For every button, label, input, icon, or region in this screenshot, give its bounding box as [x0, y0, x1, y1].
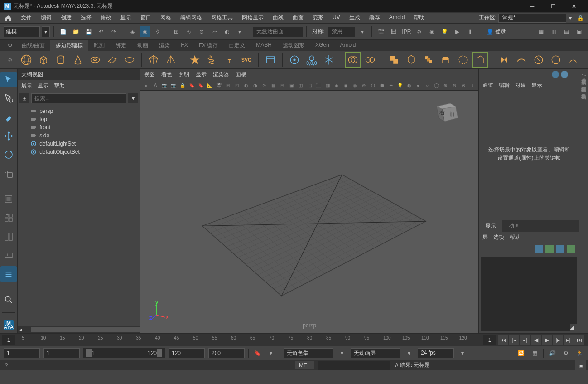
- layer-menu-layers[interactable]: 层: [482, 233, 488, 241]
- vp-toolbar-btn-33[interactable]: ⊕: [441, 81, 449, 89]
- poly-star-icon[interactable]: [188, 53, 202, 67]
- outliner-filter-icon[interactable]: ⊞: [19, 93, 29, 103]
- reduce-icon[interactable]: [549, 53, 563, 67]
- hypershade-icon[interactable]: ◉: [426, 26, 437, 37]
- menu-编辑[interactable]: 编辑: [36, 13, 56, 23]
- vp-toolbar-btn-4[interactable]: 🔒: [178, 81, 187, 89]
- login-button[interactable]: 👤 登录: [483, 27, 510, 36]
- autokey-dropdown-icon[interactable]: ▾: [266, 348, 276, 358]
- scroll-corner-icon[interactable]: ◢: [570, 324, 577, 331]
- sidebar-tab-attribute[interactable]: 属性编辑器: [579, 79, 588, 87]
- shelf-tab-0[interactable]: 曲线/曲面: [16, 40, 50, 51]
- character-set-select[interactable]: 无角色集: [284, 348, 333, 358]
- layer-menu-help[interactable]: 帮助: [510, 233, 521, 241]
- outliner-item-top[interactable]: top: [21, 115, 136, 123]
- select-object-icon[interactable]: ◉: [140, 26, 150, 37]
- poly-plane-icon[interactable]: [105, 53, 120, 67]
- content-browser-icon[interactable]: [263, 53, 278, 67]
- symmetry-field[interactable]: 禁用: [328, 27, 355, 37]
- cb-icon-1[interactable]: [552, 71, 559, 78]
- panel-layout-1-icon[interactable]: ▦: [535, 26, 546, 37]
- play-forward-button[interactable]: ▶: [542, 335, 552, 345]
- vp-toolbar-btn-20[interactable]: ▩: [323, 81, 332, 89]
- anim-layer-select[interactable]: 无动画层: [351, 348, 400, 358]
- vp-toolbar-btn-17[interactable]: ◫: [296, 81, 304, 89]
- rotate-tool[interactable]: [0, 147, 17, 163]
- vp-menu-renderer[interactable]: 渲染器: [213, 71, 229, 78]
- render-setup-icon[interactable]: ▶: [452, 26, 463, 37]
- select-hierarchy-icon[interactable]: ◈: [127, 26, 138, 37]
- shelf-tab-10[interactable]: 运动图形: [277, 40, 310, 51]
- undo-icon[interactable]: ↶: [96, 26, 106, 37]
- vp-toolbar-btn-7[interactable]: 📐: [206, 81, 214, 89]
- range-menu-icon[interactable]: ▦: [530, 348, 540, 358]
- vp-toolbar-btn-8[interactable]: 🎬: [215, 81, 223, 89]
- shelf-settings-icon[interactable]: ⚙: [4, 40, 16, 51]
- step-back-key-button[interactable]: |◂: [509, 335, 519, 345]
- extrude-icon[interactable]: [439, 53, 453, 67]
- menu-网格[interactable]: 网格: [156, 13, 176, 23]
- render-frame-icon[interactable]: 🎞: [388, 26, 399, 37]
- platonic-icon[interactable]: [146, 53, 161, 67]
- menu-生成[interactable]: 生成: [345, 13, 365, 23]
- vp-toolbar-btn-29[interactable]: ◐: [405, 81, 413, 89]
- vp-toolbar-btn-34[interactable]: ⊖: [450, 81, 458, 89]
- menu-网格显示[interactable]: 网格显示: [237, 13, 268, 23]
- vp-menu-show[interactable]: 显示: [196, 71, 207, 78]
- vp-toolbar-btn-1[interactable]: A: [151, 81, 159, 89]
- vp-toolbar-btn-26[interactable]: ⬢: [378, 81, 386, 89]
- layer-list[interactable]: ◢: [481, 257, 577, 331]
- retopo-icon[interactable]: [531, 53, 546, 67]
- select-tool[interactable]: [0, 72, 17, 87]
- vp-toolbar-btn-11[interactable]: ◐: [242, 81, 250, 89]
- home-icon[interactable]: [4, 14, 13, 23]
- poly-torus-icon[interactable]: [88, 53, 102, 67]
- vp-toolbar-btn-36[interactable]: ↕: [468, 81, 477, 89]
- poly-cylinder-icon[interactable]: [53, 53, 68, 67]
- move-tool[interactable]: [0, 128, 17, 144]
- menu-set-select[interactable]: 建模: [4, 26, 40, 37]
- outliner-item-defaultObjectSet[interactable]: defaultObjectSet: [21, 148, 136, 156]
- menu-修改[interactable]: 修改: [96, 13, 116, 23]
- vp-toolbar-btn-13[interactable]: ⊙: [260, 81, 268, 89]
- viewcube[interactable]: 前 右: [433, 100, 465, 131]
- go-to-start-button[interactable]: ⏮: [498, 335, 508, 345]
- outliner-item-persp[interactable]: persp: [21, 107, 136, 115]
- outliner-menu-show[interactable]: 显示: [38, 82, 48, 90]
- redo-icon[interactable]: ↷: [108, 26, 119, 37]
- shelf-tab-5[interactable]: 渲染: [154, 40, 175, 51]
- outliner-menu-help[interactable]: 帮助: [54, 82, 65, 90]
- menu-显示[interactable]: 显示: [116, 13, 136, 23]
- menu-编辑网格[interactable]: 编辑网格: [176, 13, 207, 23]
- menu-Arnold[interactable]: Arnold: [385, 13, 410, 23]
- sidebar-tab-channelbox[interactable]: 通道盒/层编辑器: [579, 71, 588, 79]
- vp-toolbar-btn-21[interactable]: ◈: [333, 81, 341, 89]
- close-button[interactable]: ✕: [564, 0, 584, 13]
- layer-icon-1[interactable]: [535, 245, 543, 253]
- snap-point-icon[interactable]: ⊙: [196, 26, 207, 37]
- sidebar-tab-modeling[interactable]: 建模工具包: [579, 87, 588, 94]
- charset-dropdown-icon[interactable]: ▾: [337, 348, 347, 358]
- bevel-icon[interactable]: [473, 53, 487, 67]
- outliner-item-side[interactable]: side: [21, 131, 136, 140]
- vp-toolbar-btn-5[interactable]: 🔖: [188, 81, 196, 89]
- menu-窗口[interactable]: 窗口: [136, 13, 156, 23]
- snap-plane-icon[interactable]: ▱: [209, 26, 220, 37]
- cb-menu-edit[interactable]: 编辑: [499, 82, 510, 89]
- select-component-icon[interactable]: ◊: [152, 26, 163, 37]
- cb-icon-2[interactable]: [561, 71, 568, 78]
- light-editor-icon[interactable]: 💡: [439, 26, 450, 37]
- poly-helix-icon[interactable]: [205, 53, 219, 67]
- vp-menu-lighting[interactable]: 照明: [178, 71, 189, 78]
- maximize-button[interactable]: ☐: [543, 0, 564, 13]
- anim-end-field[interactable]: [208, 348, 245, 358]
- mirror-icon[interactable]: [497, 53, 511, 67]
- soft-select-icon[interactable]: [287, 53, 302, 67]
- vp-toolbar-btn-0[interactable]: ▸: [142, 81, 150, 89]
- menu-帮助[interactable]: 帮助: [409, 13, 429, 23]
- outliner-tree[interactable]: persptopfrontsidedefaultLightSetdefaultO…: [18, 105, 140, 326]
- shelf-tab-2[interactable]: 雕刻: [88, 40, 110, 51]
- shelf-tab-11[interactable]: XGen: [310, 40, 335, 51]
- new-scene-icon[interactable]: 📄: [58, 26, 68, 37]
- vp-toolbar-btn-2[interactable]: 📷: [160, 81, 169, 89]
